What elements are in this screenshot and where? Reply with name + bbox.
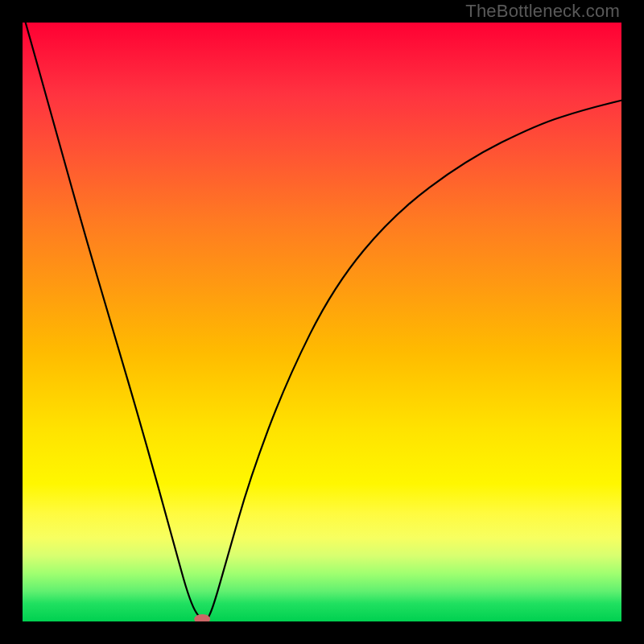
- curve-layer: [23, 23, 621, 621]
- chart-frame: TheBottleneck.com: [0, 0, 644, 644]
- attribution-watermark: TheBottleneck.com: [465, 1, 620, 22]
- optimum-marker: [194, 614, 210, 621]
- bottleneck-curve: [26, 23, 621, 621]
- plot-area: [23, 23, 621, 621]
